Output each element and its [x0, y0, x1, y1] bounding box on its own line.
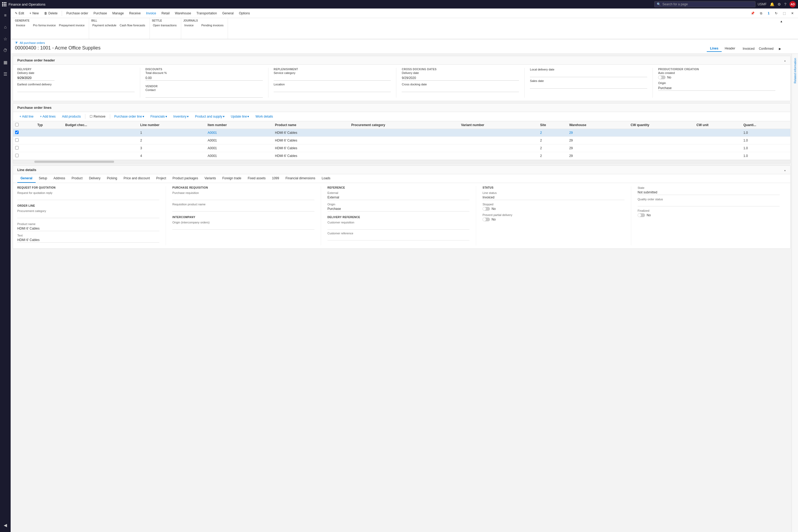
detail-tab-product-packages[interactable]: Product packages [169, 174, 201, 183]
finalized-toggle-control[interactable] [638, 213, 645, 217]
row-check[interactable] [13, 129, 35, 137]
table-row[interactable]: 3 A0001 HDMI 6' Cables 2 29 1.0 [13, 145, 790, 152]
ribbon-collapse-btn[interactable]: ▲ [779, 19, 795, 23]
detail-tab-loads[interactable]: Loads [318, 174, 334, 183]
work-details-btn[interactable]: Work details [253, 114, 275, 119]
waffle-icon[interactable] [2, 2, 6, 6]
ribbon-payment-schedule-btn[interactable]: Payment schedule [91, 23, 118, 27]
tab-lines[interactable]: Lines [707, 45, 721, 52]
ribbon-invoice-btn[interactable]: Invoice [15, 23, 31, 27]
menu-options[interactable]: Options [237, 10, 252, 17]
ribbon-prepayment-btn[interactable]: Prepayment invoice [58, 23, 86, 27]
prevent-partial-toggle-control[interactable] [482, 217, 490, 221]
ribbon-cashflow-btn[interactable]: Cash flow forecasts [119, 23, 146, 27]
col-cw-quantity[interactable]: CW quantity [629, 121, 694, 129]
home-icon[interactable]: ⌂ [1, 22, 10, 32]
add-products-button[interactable]: Add products [60, 114, 83, 119]
menu-retail[interactable]: Retail [159, 10, 172, 17]
col-variant-number[interactable]: Variant number [459, 121, 538, 129]
breadcrumb[interactable]: All purchase orders [20, 41, 45, 44]
delivery-date-input[interactable] [17, 76, 55, 81]
col-procurement-category[interactable]: Procurement category [349, 121, 459, 129]
row-check[interactable] [13, 137, 35, 145]
favorites-icon[interactable]: ☆ [1, 34, 10, 44]
menu-general[interactable]: General [220, 10, 236, 17]
detail-tab-product[interactable]: Product [68, 174, 86, 183]
detail-tab-foreign-trade[interactable]: Foreign trade [219, 174, 244, 183]
purchase-lines-panel-header[interactable]: Purchase order lines [13, 103, 790, 112]
search-bar[interactable]: 🔍 Search for a page [654, 1, 756, 7]
notification-badge[interactable]: 1 [765, 10, 772, 17]
menu-purchase[interactable]: Purchase [91, 10, 109, 17]
table-scrollbar[interactable] [13, 160, 790, 163]
workspaces-icon[interactable]: ▦ [1, 57, 10, 67]
edit-button[interactable]: ✎ Edit [13, 10, 26, 17]
detail-tab-price-and-discount[interactable]: Price and discount [120, 174, 153, 183]
add-line-button[interactable]: + Add line [17, 114, 36, 119]
row-checkbox[interactable] [15, 131, 19, 134]
hamburger-icon[interactable]: ≡ [1, 11, 10, 20]
detail-tab-project[interactable]: Project [153, 174, 169, 183]
fullscreen-icon[interactable]: ⧉ [758, 10, 764, 17]
col-type[interactable]: Typ [35, 121, 63, 129]
table-row[interactable]: 4 A0001 HDMI 6' Cables 2 29 1.0 [13, 152, 790, 160]
update-line-dropdown[interactable]: Update line ▾ [229, 114, 251, 119]
tab-header[interactable]: Header [722, 45, 738, 52]
notification-icon[interactable]: 🔔 [770, 2, 774, 6]
row-checkbox[interactable] [15, 138, 19, 142]
col-site[interactable]: Site [538, 121, 567, 129]
menu-warehouse[interactable]: Warehouse [173, 10, 193, 17]
menu-transportation[interactable]: Transportation [194, 10, 219, 17]
detail-tab-financial-dimensions[interactable]: Financial dimensions [282, 174, 318, 183]
table-row[interactable]: 1 A0001 HDMI 6' Cables 2 29 1.0 [13, 129, 790, 137]
stopped-toggle-control[interactable] [482, 207, 490, 211]
related-info-label[interactable]: Related information [794, 58, 797, 83]
ribbon-journals-invoice-btn[interactable]: Invoice [183, 23, 199, 27]
detail-tab-variants[interactable]: Variants [201, 174, 219, 183]
col-item-number[interactable]: Item number [206, 121, 273, 129]
detail-tab-address[interactable]: Address [50, 174, 68, 183]
detail-tab-picking[interactable]: Picking [104, 174, 120, 183]
help-icon[interactable]: ? [784, 2, 786, 6]
purchase-order-line-dropdown[interactable]: Purchase order line ▾ [112, 114, 146, 119]
col-cw-unit[interactable]: CW unit [694, 121, 741, 129]
back-nav-icon[interactable]: ⬚ [781, 10, 788, 17]
financials-dropdown[interactable]: Financials ▾ [148, 114, 169, 119]
menu-manage[interactable]: Manage [110, 10, 126, 17]
row-check[interactable] [13, 152, 35, 160]
detail-tab-setup[interactable]: Setup [36, 174, 50, 183]
col-budget[interactable]: Budget chec... [63, 121, 138, 129]
modules-icon[interactable]: ☰ [1, 69, 10, 79]
new-button[interactable]: + New [27, 10, 41, 17]
line-details-panel-header[interactable]: Line details [13, 166, 790, 174]
row-checkbox[interactable] [15, 146, 19, 150]
remove-button[interactable]: ☐ Remove [88, 114, 108, 119]
ribbon-pending-invoices-btn[interactable]: Pending invoices [200, 23, 225, 27]
detail-tab-general[interactable]: General [17, 174, 36, 183]
add-lines-button[interactable]: + Add lines [38, 114, 58, 119]
row-check[interactable] [13, 145, 35, 152]
pin-icon[interactable]: 📌 [748, 10, 757, 17]
menu-purchase-order[interactable]: Purchase order [64, 10, 90, 17]
col-check[interactable] [13, 121, 35, 129]
select-all-checkbox[interactable] [15, 123, 19, 126]
purchase-header-panel-header[interactable]: Purchase order header [13, 56, 790, 65]
menu-invoice[interactable]: Invoice [144, 10, 158, 17]
collapse-icon[interactable]: ◀ [1, 520, 10, 530]
recent-icon[interactable]: ⏱ [1, 46, 10, 55]
ribbon-open-transactions-btn[interactable]: Open transactions [152, 23, 178, 27]
col-line-number[interactable]: Line number [138, 121, 205, 129]
delete-button[interactable]: 🗑 Delete [42, 10, 60, 17]
side-collapse-icon[interactable]: ▶ [778, 46, 794, 51]
table-row[interactable]: 2 A0001 HDMI 6' Cables 2 29 1.0 [13, 137, 790, 145]
row-checkbox[interactable] [15, 154, 19, 157]
menu-receive[interactable]: Receive [127, 10, 143, 17]
detail-tab-fixed-assets[interactable]: Fixed assets [244, 174, 269, 183]
inventory-dropdown[interactable]: Inventory ▾ [171, 114, 191, 119]
close-page-icon[interactable]: ✕ [789, 10, 796, 17]
col-product-name[interactable]: Product name [273, 121, 349, 129]
product-supply-dropdown[interactable]: Product and supply ▾ [193, 114, 227, 119]
detail-tab-1099[interactable]: 1099 [269, 174, 283, 183]
settings-icon[interactable]: ⚙ [778, 2, 781, 6]
auto-created-toggle-control[interactable] [658, 76, 666, 79]
